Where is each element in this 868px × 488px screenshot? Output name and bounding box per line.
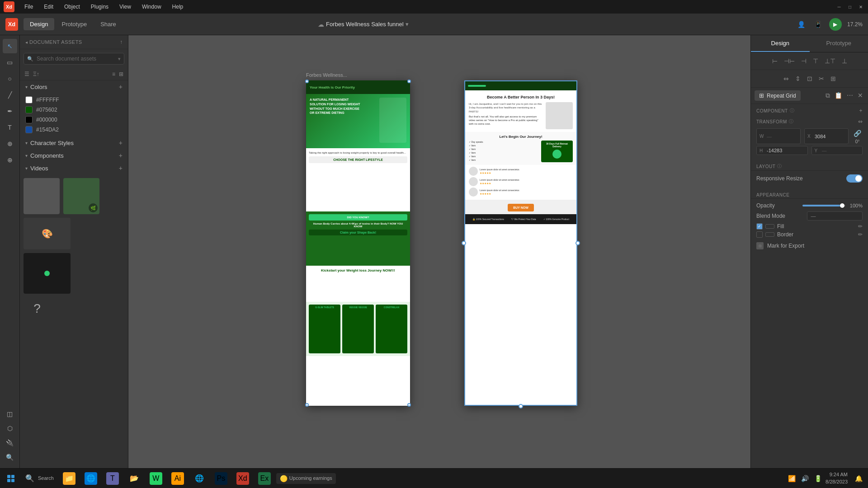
ellipse-tool[interactable]: ○ (3, 71, 17, 86)
mobile-preview-icon[interactable]: 📱 (812, 19, 824, 30)
border-edit-icon[interactable]: ✏ (858, 231, 863, 238)
handle-bm[interactable] (519, 404, 523, 408)
menu-plugins[interactable]: Plugins (86, 3, 113, 11)
fill-swatch[interactable] (765, 224, 774, 229)
crop-icon[interactable]: ✂ (817, 74, 826, 84)
width-input[interactable] (767, 134, 797, 139)
handle-ml[interactable] (462, 241, 466, 245)
align-bottom-icon[interactable]: ⊥ (840, 56, 849, 66)
components-add-icon[interactable]: + (119, 152, 123, 159)
assets-upload-icon[interactable]: ↑ (120, 39, 123, 45)
expand-icon[interactable]: ⊞ (829, 74, 837, 84)
close-button[interactable]: ✕ (857, 3, 864, 10)
menu-file[interactable]: File (20, 3, 38, 11)
border-swatch[interactable] (765, 232, 774, 237)
taskbar-illustrator[interactable]: Ai (168, 470, 188, 487)
taskbar-chrome[interactable]: 🌐 (189, 470, 209, 487)
component-add-icon[interactable]: + (859, 108, 863, 114)
taskbar-search[interactable]: 🔍 Search (20, 470, 57, 487)
paste-icon[interactable]: 📋 (833, 90, 844, 101)
link-icon[interactable]: 🔗 (852, 128, 863, 138)
notification-icon[interactable]: 🔔 (853, 473, 864, 484)
align-center-h-icon[interactable]: ⊣⊢ (783, 56, 796, 66)
sort-icon[interactable]: Ξ↑ (32, 70, 40, 78)
border-checkbox[interactable] (756, 231, 763, 238)
asset-thumb-green[interactable]: 🌿 (63, 178, 99, 214)
opacity-slider[interactable] (802, 205, 846, 206)
play-button[interactable]: ▶ (829, 18, 842, 31)
maximize-button[interactable]: □ (846, 3, 854, 10)
tab-prototype[interactable]: Prototype (55, 18, 93, 30)
distribute-h-icon[interactable]: ⇔ (782, 74, 790, 84)
fill-edit-icon[interactable]: ✏ (858, 223, 863, 230)
windows-start-button[interactable] (4, 471, 18, 486)
character-styles-header[interactable]: ▾ Character Styles + (20, 136, 128, 149)
handle-br[interactable] (407, 403, 411, 407)
distribute-v-icon[interactable]: ⇕ (794, 74, 802, 84)
blend-mode-select[interactable]: — (807, 211, 863, 221)
filter-icon[interactable]: ☰ (24, 70, 30, 78)
delete-icon[interactable]: ✕ (856, 90, 864, 101)
repeat-grid-button[interactable]: ⊞ Repeat Grid (755, 90, 801, 101)
canvas-left-page[interactable]: Your Health is Our Priority A NATURAL PE… (306, 80, 410, 406)
search-tool[interactable]: 🔍 (3, 450, 17, 465)
height-input[interactable] (767, 148, 805, 153)
layers-panel-toggle[interactable]: ◫ (3, 407, 17, 421)
handle-tl[interactable] (305, 80, 309, 83)
user-icon[interactable]: 👤 (796, 19, 807, 30)
minimize-button[interactable]: ─ (835, 3, 843, 10)
align-top-icon[interactable]: ⊤ (811, 56, 820, 66)
color-item-blue[interactable]: #154DA2 (24, 125, 124, 135)
taskbar-whatsapp[interactable]: W (146, 470, 166, 487)
char-styles-add-icon[interactable]: + (119, 139, 123, 146)
grid-view-icon[interactable]: ⊞ (118, 70, 124, 78)
tab-share[interactable]: Share (94, 18, 123, 30)
artboard-tool[interactable]: ⊕ (3, 136, 17, 151)
canvas-area[interactable]: Forbes Wellness... Your Health is Our Pr… (128, 35, 750, 468)
responsive-resize-toggle[interactable] (846, 174, 863, 183)
handle-bl[interactable] (305, 403, 309, 407)
x-input[interactable] (815, 134, 845, 139)
asset-thumb-collage[interactable]: 🎨 (24, 218, 71, 249)
transform-responsive-icon[interactable]: ⇔ (858, 118, 863, 125)
taskbar-edge[interactable]: 🌐 (81, 470, 101, 487)
align-center-v-icon[interactable]: ⊥⊤ (823, 56, 837, 66)
plugins-panel-toggle[interactable]: 🔌 (3, 436, 17, 450)
menu-object[interactable]: Object (60, 3, 85, 11)
color-item-green[interactable]: #075602 (24, 105, 124, 115)
menu-edit[interactable]: Edit (39, 3, 58, 11)
assets-panel-toggle[interactable]: ⬡ (3, 421, 17, 436)
colors-add-icon[interactable]: + (119, 83, 123, 90)
menu-window[interactable]: Window (137, 3, 166, 11)
copy-icon[interactable]: ⧉ (824, 90, 831, 101)
mark-export-icon[interactable]: ⊡ (756, 242, 764, 249)
asset-thumb-dark[interactable] (24, 253, 71, 294)
search-input[interactable] (24, 53, 124, 65)
color-item-black[interactable]: #000000 (24, 115, 124, 125)
videos-header[interactable]: ▾ Videos + (20, 162, 128, 174)
tab-design[interactable]: Design (24, 18, 54, 30)
taskbar-file-explorer[interactable]: 📁 (59, 470, 79, 487)
upcoming-earnings[interactable]: 🟡 Upcoming earnings (276, 473, 336, 484)
sound-icon[interactable]: 🔊 (799, 473, 811, 484)
list-view-icon[interactable]: ≡ (111, 70, 116, 78)
taskbar-photoshop[interactable]: Ps (211, 470, 231, 487)
taskbar-files[interactable]: 📂 (124, 470, 144, 487)
asset-thumb-grey[interactable] (24, 178, 60, 214)
fill-checkbox[interactable]: ✓ (756, 223, 763, 230)
canvas-right-page[interactable]: Become A Better Person In 3 Days! Hi, I … (464, 80, 577, 406)
taskbar-teams[interactable]: T (103, 470, 123, 487)
videos-add-icon[interactable]: + (119, 164, 123, 172)
zoom-tool[interactable]: ⊕ (3, 153, 17, 167)
scale-icon[interactable]: ⊡ (806, 74, 814, 84)
colors-section-header[interactable]: ▾ Colors + (20, 80, 128, 93)
rectangle-tool[interactable]: ▭ (3, 55, 17, 70)
handle-tr[interactable] (407, 80, 411, 83)
text-tool[interactable]: T (3, 120, 17, 135)
right-tab-prototype[interactable]: Prototype (810, 35, 868, 52)
network-icon[interactable]: 📶 (786, 473, 797, 484)
menu-help[interactable]: Help (168, 3, 188, 11)
line-tool[interactable]: ╱ (3, 88, 17, 102)
taskbar-excel[interactable]: Ex (255, 470, 274, 487)
more-icon[interactable]: ⋯ (845, 90, 854, 101)
